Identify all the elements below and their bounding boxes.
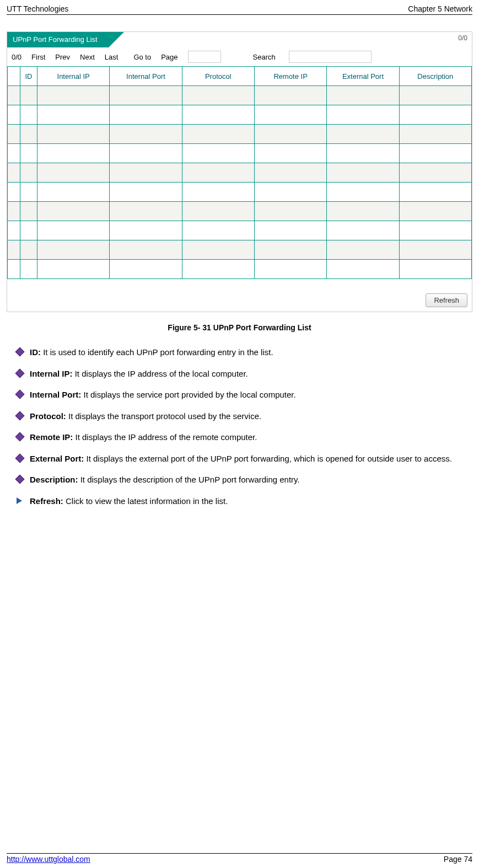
bullet-id-text: It is used to identify each UPnP port fo… xyxy=(41,347,273,357)
bullet-proto-bold: Protocol: xyxy=(30,411,66,421)
bullet-internal-ip: Internal IP: It displays the IP address … xyxy=(17,368,470,381)
bullet-id-bold: ID: xyxy=(30,347,41,357)
bullet-desc-bold: Description: xyxy=(30,475,78,484)
footer-page: Page 74 xyxy=(444,855,472,864)
col-checkbox xyxy=(8,67,20,86)
col-internal-ip: Internal IP xyxy=(37,67,110,86)
pager-first[interactable]: First xyxy=(31,53,45,61)
col-external-port: External Port xyxy=(327,67,399,86)
page-input[interactable] xyxy=(188,51,221,63)
search-label: Search xyxy=(253,53,276,61)
bullet-remote-ip: Remote IP: It displays the IP address of… xyxy=(17,431,470,444)
table-row xyxy=(8,240,472,260)
bullet-external-port: External Port: It displays the external … xyxy=(17,453,470,465)
header-right: Chapter 5 Network xyxy=(408,4,472,13)
bullet-iip-bold: Internal IP: xyxy=(30,369,73,378)
table-row xyxy=(8,125,472,144)
top-count: 0/0 xyxy=(458,34,467,42)
refresh-button[interactable]: Refresh xyxy=(426,293,467,307)
tab-upnp-forwarding[interactable]: UPnP Port Forwarding List xyxy=(7,32,109,47)
bullet-rip-bold: Remote IP: xyxy=(30,432,73,442)
pager-goto[interactable]: Go to xyxy=(133,53,151,61)
bullet-description: Description: It displays the description… xyxy=(17,474,470,486)
upnp-table: ID Internal IP Internal Port Protocol Re… xyxy=(7,66,472,279)
bullet-eport-text: It displays the external port of the UPn… xyxy=(84,454,452,463)
bullet-iip-text: It displays the IP address of the local … xyxy=(73,369,248,378)
col-internal-port: Internal Port xyxy=(110,67,182,86)
pager-prev[interactable]: Prev xyxy=(55,53,70,61)
pager-last[interactable]: Last xyxy=(105,53,119,61)
bullet-internal-port: Internal Port: It displays the service p… xyxy=(17,389,470,401)
col-description: Description xyxy=(399,67,471,86)
bullet-refresh-bold: Refresh: xyxy=(30,496,63,506)
bullet-id: ID: It is used to identify each UPnP por… xyxy=(17,346,470,359)
table-row xyxy=(8,221,472,240)
bullet-rip-text: It displays the IP address of the remote… xyxy=(73,432,257,442)
bullet-iport-text: It displays the service port provided by… xyxy=(81,390,295,399)
table-row xyxy=(8,183,472,202)
table-row xyxy=(8,163,472,183)
table-row xyxy=(8,202,472,221)
header-left: UTT Technologies xyxy=(7,4,68,13)
bullet-desc-text: It displays the description of the UPnP … xyxy=(78,475,300,484)
bullet-protocol: Protocol: It displays the transport prot… xyxy=(17,410,470,423)
col-remote-ip: Remote IP xyxy=(254,67,326,86)
col-id: ID xyxy=(20,67,37,86)
footer-url[interactable]: http://www.uttglobal.com xyxy=(7,855,90,864)
table-row xyxy=(8,260,472,279)
table-row xyxy=(8,144,472,163)
pager-count: 0/0 xyxy=(12,53,21,61)
bullet-eport-bold: External Port: xyxy=(30,454,84,463)
table-row xyxy=(8,86,472,105)
bullet-iport-bold: Internal Port: xyxy=(30,390,81,399)
search-input[interactable] xyxy=(289,51,372,63)
bullet-refresh: Refresh: Click to view the latest inform… xyxy=(17,495,470,508)
upnp-list-screenshot: UPnP Port Forwarding List 0/0 0/0 First … xyxy=(7,31,472,312)
table-row xyxy=(8,105,472,125)
bullet-refresh-text: Click to view the latest information in … xyxy=(63,496,228,506)
figure-caption: Figure 5- 31 UPnP Port Forwarding List xyxy=(7,323,472,332)
bullet-proto-text: It displays the transport protocol used … xyxy=(66,411,261,421)
pager-page-label: Page xyxy=(161,53,177,61)
pager-next[interactable]: Next xyxy=(80,53,95,61)
col-protocol: Protocol xyxy=(182,67,254,86)
